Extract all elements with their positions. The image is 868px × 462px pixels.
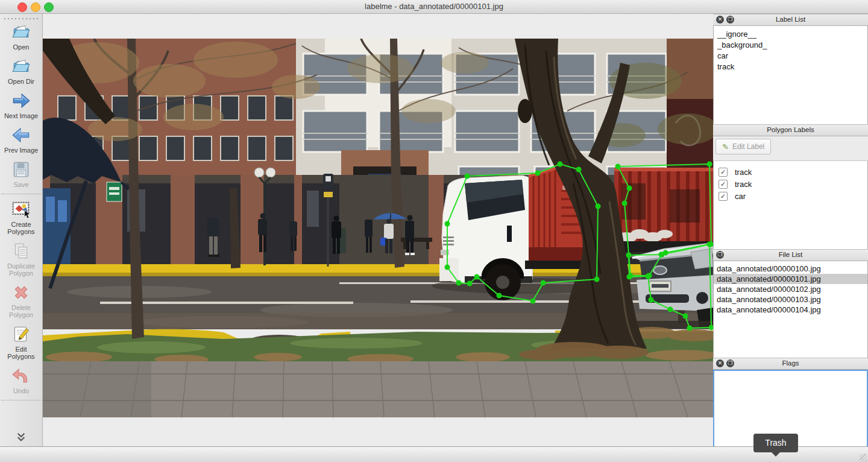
annotation-vertex[interactable]: [707, 162, 712, 167]
edit-label-button[interactable]: ✎ Edit Label: [715, 139, 771, 154]
label-list-item[interactable]: _background_: [714, 40, 867, 51]
status-bar: [0, 446, 868, 462]
label-list-item[interactable]: car: [714, 51, 867, 62]
duplicate-pages-icon: [11, 241, 31, 261]
image-canvas[interactable]: [43, 14, 713, 447]
file-list-title: File List: [713, 251, 868, 258]
annotation-vertex[interactable]: [541, 280, 546, 286]
file-list-row[interactable]: data_annotated/00000103.jpg: [714, 294, 867, 305]
annotation-vertex[interactable]: [615, 164, 621, 169]
polygon-labels-header[interactable]: Polygon Labels: [713, 124, 868, 136]
title-bar: labelme - data_annotated/00000101.jpg: [0, 0, 868, 14]
labelme-window: labelme - data_annotated/00000101.jpg Op…: [0, 0, 868, 462]
annotation-vertex[interactable]: [646, 274, 651, 279]
label-list-item[interactable]: track: [714, 62, 867, 72]
toolbar-expand-button[interactable]: [0, 432, 42, 445]
file-list-row[interactable]: data_annotated/00000102.jpg: [714, 284, 867, 294]
polygon-label-row[interactable]: ✓ track: [714, 178, 867, 190]
annotation-vertex[interactable]: [530, 299, 536, 304]
annotation-vertex[interactable]: [576, 167, 582, 172]
polygon-label-text: track: [735, 180, 752, 189]
duplicate-polygon-button[interactable]: Duplicate Polygon: [0, 241, 42, 277]
polygon-label-row[interactable]: ✓ track: [714, 166, 867, 178]
annotation-vertex[interactable]: [497, 293, 502, 299]
annotation-vertex[interactable]: [456, 280, 462, 286]
open-dir-folder-icon: [11, 56, 31, 77]
create-polygons-button[interactable]: Create Polygons: [0, 199, 42, 235]
file-list-row[interactable]: data_annotated/00000104.jpg: [714, 305, 867, 315]
annotation-vertex[interactable]: [594, 277, 600, 282]
polygon-labels-panel: Polygon Labels ✎ Edit Label ✓ track ✓ tr…: [713, 124, 868, 255]
annotation-vertex[interactable]: [687, 326, 693, 331]
annotation-vertex[interactable]: [474, 274, 480, 280]
open-button[interactable]: Open: [0, 22, 42, 51]
open-dir-button[interactable]: Open Dir: [0, 56, 42, 85]
label-list-panel: ✕ ❐ Label List __ignore__ _background_ c…: [713, 14, 868, 127]
annotation-vertex[interactable]: [649, 297, 654, 303]
annotation-vertex[interactable]: [445, 265, 450, 270]
label-list-header[interactable]: ✕ ❐ Label List: [713, 14, 868, 26]
annotation-vertex[interactable]: [663, 250, 668, 256]
polygon-label-text: track: [735, 168, 752, 177]
annotation-vertex[interactable]: [467, 281, 473, 286]
annotation-vertex[interactable]: [445, 221, 450, 227]
file-list-row[interactable]: data_annotated/00000101.jpg: [714, 274, 867, 284]
annotation-vertex[interactable]: [465, 174, 470, 179]
chevron-double-down-icon: [14, 432, 28, 442]
edit-polygons-button[interactable]: Edit Polygons: [0, 324, 42, 360]
delete-x-icon: [11, 282, 31, 303]
annotation-vertex[interactable]: [707, 242, 712, 247]
file-list-row[interactable]: data_annotated/00000100.jpg: [714, 264, 867, 274]
annotation-vertex[interactable]: [626, 253, 632, 258]
dock-sidebar: ✕ ❐ Label List __ignore__ _background_ c…: [713, 14, 868, 447]
checkbox-checked-icon[interactable]: ✓: [719, 180, 728, 189]
open-folder-icon: [11, 22, 31, 42]
annotation-vertex[interactable]: [535, 171, 541, 176]
toolbar-drag-handle[interactable]: [2, 16, 40, 21]
polygon-labels-toolbar: ✎ Edit Label: [713, 136, 868, 161]
save-button[interactable]: Save: [0, 159, 42, 188]
save-floppy-icon: [11, 159, 31, 180]
flags-header[interactable]: ✕ ❐ Flags: [713, 358, 868, 370]
pencil-icon: ✎: [722, 142, 729, 151]
polygon-label-row[interactable]: ✓ car: [714, 190, 867, 202]
annotation-vertex[interactable]: [558, 162, 563, 167]
file-list-header[interactable]: ❐ File List: [713, 249, 868, 261]
toolbar-separator: [1, 194, 41, 194]
edit-label-text: Edit Label: [732, 142, 764, 151]
polygon-labels-title: Polygon Labels: [713, 126, 868, 133]
annotation-vertex[interactable]: [622, 201, 627, 206]
annotation-vertex[interactable]: [627, 274, 632, 280]
undo-arrow-icon: [11, 365, 31, 386]
arrow-left-icon: [11, 125, 31, 145]
label-list-item[interactable]: __ignore__: [714, 29, 867, 40]
checkbox-checked-icon[interactable]: ✓: [719, 168, 728, 177]
trash-tooltip: Trash: [753, 434, 798, 452]
polygon-label-text: car: [735, 192, 746, 201]
delete-polygon-button[interactable]: Delete Polygon: [0, 282, 42, 318]
flags-title: Flags: [713, 359, 868, 367]
annotation-vertex[interactable]: [683, 314, 688, 319]
annotation-vertex[interactable]: [668, 307, 673, 312]
label-list-title: Label List: [713, 16, 868, 23]
prev-image-button[interactable]: Prev Image: [0, 125, 42, 154]
annotated-street-photo[interactable]: [43, 39, 713, 417]
undo-button[interactable]: Undo: [0, 365, 42, 394]
file-list-panel: ❐ File List data_annotated/00000100.jpg …: [713, 249, 868, 361]
annotation-vertex[interactable]: [596, 204, 601, 209]
toolbar: Open Open Dir Next Image Prev Image Save: [0, 14, 43, 447]
edit-pencil-icon: [11, 324, 31, 344]
checkbox-checked-icon[interactable]: ✓: [719, 192, 728, 201]
create-polygons-icon: [11, 199, 31, 220]
resize-grip-icon[interactable]: [860, 454, 867, 461]
arrow-right-icon: [11, 90, 31, 111]
next-image-button[interactable]: Next Image: [0, 90, 42, 119]
toolbar-separator: [1, 400, 41, 400]
annotation-vertex[interactable]: [627, 186, 632, 191]
window-title: labelme - data_annotated/00000101.jpg: [0, 2, 868, 11]
